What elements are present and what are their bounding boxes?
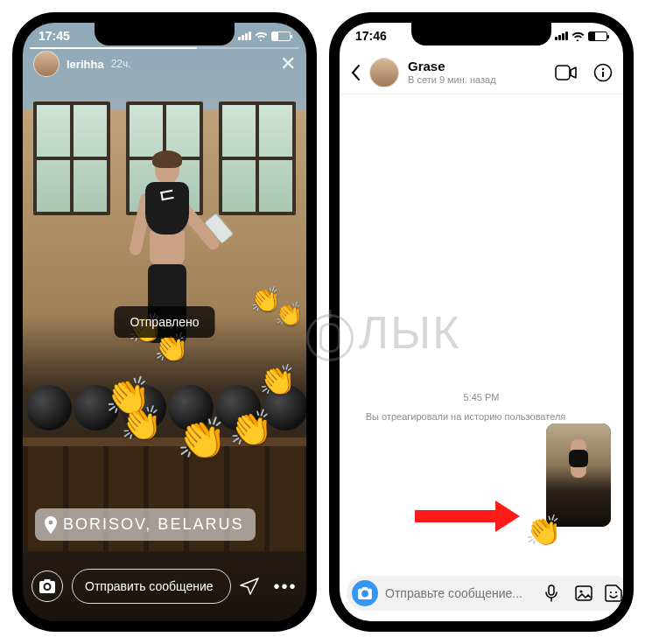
back-button[interactable] bbox=[350, 64, 361, 81]
svg-point-8 bbox=[615, 592, 617, 593]
video-call-button[interactable] bbox=[555, 65, 578, 80]
send-icon bbox=[240, 578, 259, 595]
dm-header: Grase В сети 9 мин. назад bbox=[340, 51, 623, 94]
location-sticker[interactable]: BORISOV, BELARUS bbox=[35, 508, 256, 541]
story-reply-thumbnail[interactable] bbox=[546, 424, 611, 527]
image-icon bbox=[575, 585, 592, 601]
reaction-clap-icon: 👏 bbox=[229, 408, 273, 449]
reaction-emoji: 👏 bbox=[525, 513, 562, 548]
story-age: 22ч. bbox=[111, 58, 131, 70]
sticker-button[interactable] bbox=[605, 584, 623, 602]
notch bbox=[95, 23, 235, 46]
info-button[interactable] bbox=[593, 63, 613, 82]
svg-rect-4 bbox=[549, 585, 554, 595]
svg-rect-0 bbox=[556, 66, 570, 80]
message-input[interactable] bbox=[385, 586, 538, 600]
reaction-clap-icon: 👏 bbox=[177, 415, 227, 462]
sticker-icon bbox=[605, 584, 622, 602]
screen-story: 17:45 bbox=[23, 23, 306, 621]
wifi-icon bbox=[255, 32, 268, 41]
reaction-clap-icon: 👏 bbox=[275, 301, 303, 328]
camera-button[interactable] bbox=[32, 570, 63, 602]
share-button[interactable] bbox=[240, 578, 264, 595]
reply-input[interactable]: Отправить сообщение bbox=[72, 569, 231, 604]
svg-point-7 bbox=[610, 592, 612, 593]
gallery-button[interactable] bbox=[575, 585, 598, 601]
cellular-icon bbox=[555, 32, 568, 40]
chat-name: Grase bbox=[408, 60, 496, 74]
more-button[interactable]: ••• bbox=[273, 577, 298, 597]
chat-title-block[interactable]: Grase В сети 9 мин. назад bbox=[408, 60, 496, 85]
voice-button[interactable] bbox=[545, 584, 568, 602]
camera-icon bbox=[358, 587, 372, 599]
close-icon[interactable]: ✕ bbox=[280, 54, 296, 74]
dm-camera-button[interactable] bbox=[352, 580, 378, 606]
chat-status: В сети 9 мин. назад bbox=[408, 74, 496, 85]
cellular-icon bbox=[238, 32, 251, 40]
status-time: 17:45 bbox=[39, 29, 70, 43]
location-pin-icon bbox=[44, 516, 58, 534]
dm-footer bbox=[340, 572, 623, 614]
sent-toast: Отправлено bbox=[114, 306, 214, 338]
svg-rect-3 bbox=[602, 72, 604, 77]
svg-point-2 bbox=[602, 67, 604, 69]
reaction-clap-icon: 👏 bbox=[259, 362, 296, 397]
battery-icon bbox=[588, 32, 607, 41]
phone-frame-left: 17:45 bbox=[12, 12, 317, 632]
video-icon bbox=[555, 65, 578, 80]
location-text: BORISOV, BELARUS bbox=[63, 515, 243, 534]
author-avatar[interactable] bbox=[33, 51, 60, 77]
reaction-clap-icon: 👏 bbox=[121, 404, 162, 443]
chevron-left-icon bbox=[350, 64, 361, 81]
reply-placeholder: Отправить сообщение bbox=[85, 579, 214, 593]
camera-icon bbox=[39, 579, 55, 593]
notch bbox=[411, 23, 551, 46]
mic-icon bbox=[545, 584, 557, 602]
battery-icon bbox=[271, 32, 291, 41]
info-icon bbox=[593, 63, 613, 82]
message-input-pill[interactable] bbox=[347, 576, 623, 611]
svg-point-6 bbox=[580, 591, 583, 593]
chat-avatar[interactable] bbox=[369, 58, 399, 88]
phone-frame-right: 17:46 Grase В сети 9 мин. назад bbox=[329, 12, 634, 632]
story-progress bbox=[30, 47, 299, 49]
reaction-caption: Вы отреагировали на историю пользователя bbox=[352, 411, 579, 422]
dm-body[interactable]: 5:45 PM Вы отреагировали на историю поль… bbox=[340, 94, 623, 569]
wifi-icon bbox=[571, 32, 585, 41]
annotation-arrow bbox=[415, 500, 520, 532]
author-username[interactable]: lerihha bbox=[67, 58, 104, 71]
status-time: 17:46 bbox=[355, 29, 387, 43]
message-timestamp: 5:45 PM bbox=[340, 392, 623, 402]
